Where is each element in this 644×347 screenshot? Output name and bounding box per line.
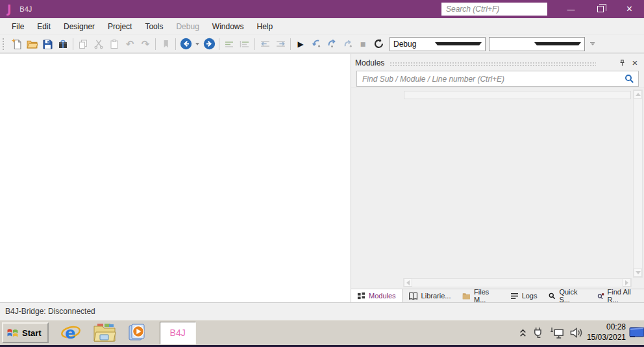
clock-time: 00:28 bbox=[587, 322, 626, 333]
tab-label: Find All R... bbox=[608, 288, 638, 304]
menu-help[interactable]: Help bbox=[251, 19, 280, 34]
folder-icon bbox=[462, 292, 471, 300]
debug-mode-combo[interactable]: Debug bbox=[390, 37, 486, 51]
debug-mode-value: Debug bbox=[393, 40, 435, 49]
tab-label: Quick S... bbox=[559, 288, 585, 304]
tab-label: Librarie... bbox=[421, 292, 451, 300]
quick-launch: e bbox=[60, 322, 148, 343]
find-sub-input[interactable] bbox=[357, 75, 625, 84]
scroll-up-button[interactable] bbox=[634, 90, 642, 99]
system-tray bbox=[519, 326, 583, 339]
step-out-icon bbox=[342, 38, 353, 49]
taskbar-app-label: B4J bbox=[170, 328, 186, 338]
titlebar: J B4J — × bbox=[0, 0, 644, 18]
toolbar-grip[interactable] bbox=[3, 38, 6, 50]
copy-icon bbox=[78, 39, 88, 49]
menu-tools[interactable]: Tools bbox=[138, 19, 169, 34]
outdent-icon bbox=[260, 38, 271, 49]
rebuild-button[interactable] bbox=[371, 36, 386, 52]
quick-search-icon bbox=[549, 292, 556, 300]
stop-button: ■ bbox=[355, 36, 371, 52]
restore-button[interactable] bbox=[586, 0, 615, 18]
forward-icon bbox=[203, 38, 216, 50]
panel-menu-button[interactable] bbox=[604, 58, 614, 68]
vertical-scrollbar[interactable] bbox=[633, 90, 643, 278]
panel-close-button[interactable]: × bbox=[630, 58, 640, 68]
menu-windows[interactable]: Windows bbox=[206, 19, 251, 34]
new-project-button[interactable] bbox=[8, 36, 24, 52]
windows-logo-icon bbox=[6, 327, 19, 339]
show-hidden-icons-chevron[interactable] bbox=[519, 328, 526, 338]
scroll-left-button[interactable] bbox=[404, 278, 412, 287]
tab-files-manager[interactable]: Files M... bbox=[456, 289, 504, 302]
modules-icon bbox=[357, 292, 365, 300]
restore-icon bbox=[597, 6, 604, 12]
build-config-combo[interactable] bbox=[489, 37, 585, 51]
network-icon[interactable] bbox=[550, 326, 564, 339]
code-editor-area[interactable] bbox=[0, 54, 351, 302]
step-into-icon bbox=[311, 38, 322, 49]
show-desktop-icon[interactable] bbox=[628, 327, 644, 339]
menu-edit[interactable]: Edit bbox=[31, 19, 57, 34]
speaker-icon[interactable] bbox=[569, 326, 583, 339]
step-into-button[interactable] bbox=[308, 36, 324, 52]
app-logo-icon: J bbox=[7, 3, 11, 16]
navigate-forward-button[interactable] bbox=[201, 36, 217, 52]
start-button[interactable]: Start bbox=[2, 322, 49, 343]
export-zip-button[interactable] bbox=[55, 36, 71, 52]
find-all-icon bbox=[597, 292, 604, 300]
back-icon bbox=[180, 38, 192, 50]
bookmark-icon bbox=[161, 39, 171, 49]
menu-project[interactable]: Project bbox=[101, 19, 138, 34]
menu-designer[interactable]: Designer bbox=[57, 19, 101, 34]
bookmark-button bbox=[158, 36, 173, 52]
tab-modules[interactable]: Modules bbox=[351, 289, 402, 302]
pin-icon bbox=[619, 59, 626, 67]
search-icon[interactable] bbox=[625, 74, 634, 84]
chevron-down-icon bbox=[534, 42, 581, 45]
tab-quick-search[interactable]: Quick S... bbox=[543, 289, 591, 302]
empty-tree-node bbox=[404, 91, 631, 99]
paste-icon bbox=[109, 39, 119, 49]
export-zip-icon bbox=[58, 39, 68, 49]
tab-label: Modules bbox=[369, 292, 396, 300]
cut-button bbox=[91, 36, 106, 52]
horizontal-scrollbar[interactable] bbox=[403, 278, 632, 287]
clock-date: 15/03/2021 bbox=[587, 333, 626, 343]
tab-libraries[interactable]: Librarie... bbox=[402, 289, 457, 302]
global-search-box bbox=[441, 3, 547, 16]
tab-logs[interactable]: Logs bbox=[504, 289, 543, 302]
bridge-status-text: B4J-Bridge: Disconnected bbox=[5, 307, 95, 316]
close-button[interactable]: × bbox=[615, 0, 644, 18]
tab-find-all-references[interactable]: Find All R... bbox=[591, 289, 644, 302]
minimize-button[interactable]: — bbox=[556, 0, 586, 18]
back-history-dropdown[interactable] bbox=[193, 36, 201, 52]
media-player-icon[interactable] bbox=[127, 322, 148, 343]
taskbar-clock[interactable]: 00:28 15/03/2021 bbox=[587, 322, 626, 342]
logs-icon bbox=[510, 293, 519, 300]
step-out-button[interactable] bbox=[340, 36, 355, 52]
panel-drag-texture bbox=[390, 62, 596, 66]
file-explorer-icon[interactable] bbox=[93, 323, 116, 342]
paste-button bbox=[106, 36, 122, 52]
power-plug-icon[interactable] bbox=[532, 326, 545, 339]
run-button[interactable]: ▶ bbox=[293, 36, 308, 52]
indent-icon bbox=[275, 38, 286, 49]
chevron-down-icon bbox=[435, 42, 482, 45]
global-search-input[interactable] bbox=[442, 5, 551, 14]
toolbar-overflow-button[interactable] bbox=[590, 42, 595, 45]
internet-explorer-icon[interactable]: e bbox=[60, 322, 82, 343]
navigate-back-button[interactable] bbox=[178, 36, 193, 52]
open-project-button[interactable] bbox=[24, 36, 40, 52]
modules-tree-area[interactable] bbox=[351, 88, 644, 289]
taskbar-app-b4j[interactable]: B4J bbox=[160, 322, 196, 344]
comment-button bbox=[221, 36, 237, 52]
step-over-button[interactable] bbox=[324, 36, 340, 52]
book-icon bbox=[408, 292, 418, 300]
scroll-right-button[interactable] bbox=[623, 278, 631, 287]
menu-file[interactable]: File bbox=[5, 19, 31, 34]
scroll-down-button[interactable] bbox=[634, 269, 642, 277]
svg-text:e: e bbox=[65, 324, 75, 342]
panel-pin-button[interactable] bbox=[617, 58, 627, 68]
save-button[interactable] bbox=[40, 36, 55, 52]
